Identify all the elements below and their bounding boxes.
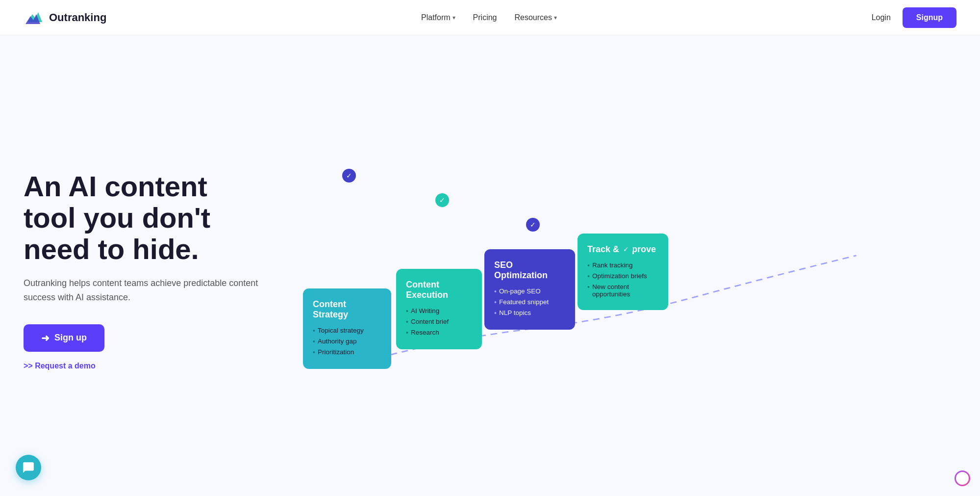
hero-title: An AI content tool you don't need to hid… — [24, 171, 259, 264]
seo-item-2: Featured snippet — [494, 298, 565, 307]
seo-check-icon: ✓ — [526, 218, 540, 232]
track-item-3: New content opportunities — [587, 283, 658, 298]
strategy-card: Content Strategy Topical strategy Author… — [303, 288, 391, 368]
track-item-2: Optimization briefs — [587, 272, 658, 281]
nav-resources[interactable]: Resources ▾ — [514, 13, 556, 22]
strategy-item-3: Prioritization — [313, 348, 381, 357]
track-item-1: Rank tracking — [587, 261, 658, 270]
hero-subtitle: Outranking helps content teams achieve p… — [24, 276, 259, 305]
hero-section: An AI content tool you don't need to hid… — [0, 35, 980, 496]
logo-text: Outranking — [49, 11, 106, 24]
seo-item-1: On-page SEO — [494, 287, 565, 296]
signup-arrow-icon: ➜ — [41, 332, 50, 344]
seo-card: SEO Optimization On-page SEO Featured sn… — [484, 249, 575, 329]
hero-signup-button[interactable]: ➜ Sign up — [24, 324, 104, 352]
logo[interactable]: Outranking — [24, 7, 106, 28]
diagram-wrapper: Content Strategy Topical strategy Author… — [288, 143, 956, 398]
seo-card-title: SEO Optimization — [494, 260, 565, 281]
platform-chevron-icon: ▾ — [452, 14, 455, 21]
hero-left: An AI content tool you don't need to hid… — [24, 171, 259, 370]
strategy-card-items: Topical strategy Authority gap Prioritiz… — [313, 327, 381, 356]
execution-item-3: Research — [406, 329, 472, 337]
strategy-card-title: Content Strategy — [313, 299, 381, 320]
nav-right: Login Signup — [872, 7, 956, 28]
track-card-items: Rank tracking Optimization briefs New co… — [587, 261, 658, 298]
strategy-check-icon: ✓ — [342, 169, 356, 183]
demo-link[interactable]: >> Request a demo — [24, 362, 96, 370]
chat-icon — [22, 461, 35, 474]
logo-icon — [24, 7, 44, 28]
nav-signup-button[interactable]: Signup — [903, 7, 956, 28]
navigation: Outranking Platform ▾ Pricing Resources … — [0, 0, 980, 35]
nav-links: Platform ▾ Pricing Resources ▾ — [421, 13, 557, 22]
seo-item-3: NLP topics — [494, 309, 565, 317]
nav-pricing[interactable]: Pricing — [473, 13, 497, 22]
strategy-item-2: Authority gap — [313, 338, 381, 346]
execution-card: Content Execution AI Writing Content bri… — [396, 269, 482, 349]
chat-button[interactable] — [16, 455, 41, 480]
seo-card-items: On-page SEO Featured snippet NLP topics — [494, 287, 565, 317]
execution-card-title: Content Execution — [406, 280, 472, 300]
bottom-right-indicator — [955, 470, 970, 486]
track-check-icon: ✓ — [619, 242, 633, 256]
execution-item-2: Content brief — [406, 318, 472, 326]
nav-platform[interactable]: Platform ▾ — [421, 13, 455, 22]
strategy-item-1: Topical strategy — [313, 327, 381, 335]
execution-card-items: AI Writing Content brief Research — [406, 307, 472, 337]
login-link[interactable]: Login — [872, 13, 891, 22]
hero-diagram: Content Strategy Topical strategy Author… — [288, 143, 956, 398]
execution-item-1: AI Writing — [406, 307, 472, 315]
resources-chevron-icon: ▾ — [554, 14, 557, 21]
execution-check-icon: ✓ — [435, 193, 449, 207]
